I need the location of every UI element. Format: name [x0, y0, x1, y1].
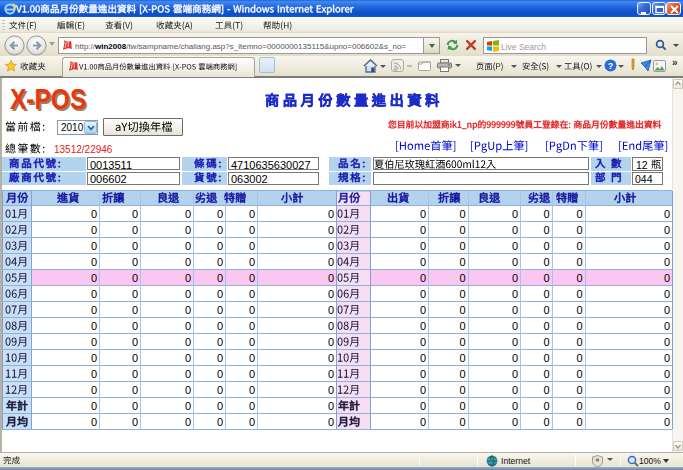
svg-text:?: ? [608, 61, 614, 71]
